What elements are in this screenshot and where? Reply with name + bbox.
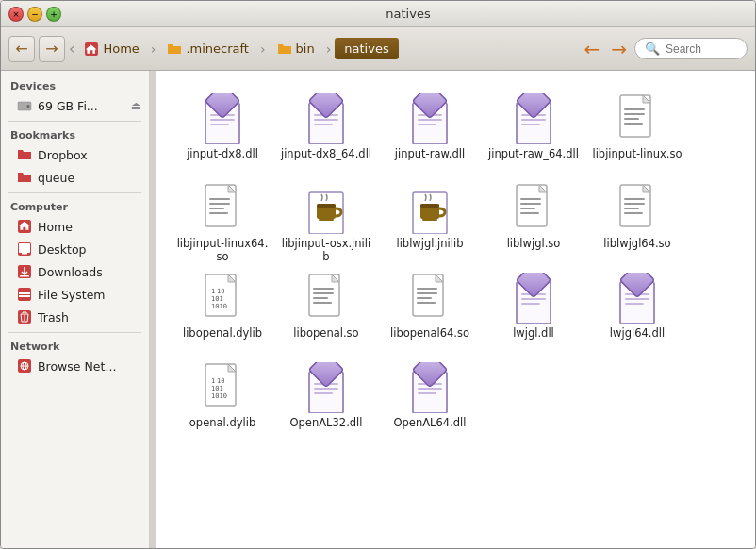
file-icon-bin: 1 10 101 1010 bbox=[200, 273, 245, 324]
svg-rect-66 bbox=[520, 198, 541, 200]
sidebar-item-network[interactable]: Browse Net... bbox=[1, 355, 149, 377]
sidebar-item-downloads[interactable]: Downloads bbox=[1, 260, 149, 283]
file-icon-dll bbox=[615, 273, 660, 324]
search-icon: 🔍 bbox=[645, 42, 660, 56]
file-item[interactable]: jinput-raw.dll bbox=[378, 86, 482, 175]
svg-point-3 bbox=[27, 105, 30, 108]
section-devices-header: Devices bbox=[1, 76, 149, 94]
file-icon-dll bbox=[200, 93, 245, 144]
history-back-button[interactable]: ← bbox=[580, 38, 603, 60]
svg-text:101: 101 bbox=[211, 295, 223, 303]
file-name: jinput-raw_64.dll bbox=[488, 148, 579, 161]
svg-rect-59 bbox=[319, 219, 334, 221]
divider-2 bbox=[8, 192, 141, 193]
file-item[interactable]: 1 10 101 1010 openal.dylib bbox=[171, 355, 274, 444]
folder-red-icon-2 bbox=[16, 169, 33, 186]
queue-label: queue bbox=[38, 171, 74, 185]
file-item[interactable]: OpenAL32.dll bbox=[274, 355, 378, 444]
svg-rect-30 bbox=[314, 124, 333, 125]
svg-text:101: 101 bbox=[211, 385, 223, 392]
svg-rect-35 bbox=[418, 119, 442, 121]
file-item[interactable]: libopenal.so bbox=[274, 265, 378, 355]
svg-rect-75 bbox=[624, 212, 643, 214]
file-icon-dll bbox=[304, 362, 349, 413]
file-name: jinput-dx8_64.dll bbox=[281, 148, 371, 161]
folder-icon-2 bbox=[277, 42, 292, 57]
sidebar-item-filesystem[interactable]: File System bbox=[1, 283, 149, 306]
file-item[interactable]: libjinput-osx.jnilib bbox=[274, 175, 378, 265]
file-item[interactable]: libjinput-linux64.so bbox=[171, 175, 274, 265]
file-name: lwjgl64.dll bbox=[610, 327, 665, 341]
drive-icon bbox=[16, 97, 33, 114]
desktop-label: Desktop bbox=[38, 242, 87, 257]
minimize-button[interactable]: − bbox=[27, 7, 42, 22]
search-box[interactable]: 🔍 bbox=[634, 38, 748, 59]
svg-rect-115 bbox=[314, 388, 338, 390]
file-item[interactable]: liblwjgl64.so bbox=[585, 175, 689, 265]
forward-button[interactable]: → bbox=[39, 36, 65, 62]
back-button[interactable]: ← bbox=[8, 36, 35, 62]
svg-text:10: 10 bbox=[217, 377, 224, 385]
svg-rect-98 bbox=[521, 303, 540, 305]
file-name: libopenal.dylib bbox=[183, 327, 262, 341]
file-item[interactable]: libjinput-linux.so bbox=[585, 86, 689, 175]
svg-rect-24 bbox=[210, 124, 229, 125]
file-name: OpenAL64.dll bbox=[394, 417, 467, 430]
file-item[interactable]: liblwjgl.so bbox=[482, 175, 585, 265]
svg-rect-121 bbox=[418, 388, 442, 390]
section-network-header: Network bbox=[1, 337, 149, 355]
file-name: lwjgl.dll bbox=[513, 327, 554, 341]
crumb-minecraft[interactable]: .minecraft bbox=[159, 38, 256, 60]
crumb-bin[interactable]: bin bbox=[270, 38, 322, 60]
sidebar-item-trash[interactable]: Trash bbox=[1, 306, 149, 328]
dropbox-label: Dropbox bbox=[38, 148, 88, 162]
folder-red-icon-1 bbox=[16, 146, 33, 163]
svg-rect-104 bbox=[625, 303, 644, 305]
file-name: libjinput-linux.so bbox=[592, 148, 682, 161]
file-item[interactable]: libopenal64.so bbox=[378, 265, 482, 355]
file-item[interactable]: lwjgl64.dll bbox=[585, 265, 689, 355]
file-name: libopenal.so bbox=[293, 327, 358, 341]
sidebar-item-desktop[interactable]: Desktop bbox=[1, 238, 149, 260]
divider-1 bbox=[8, 121, 141, 122]
close-button[interactable]: × bbox=[8, 7, 24, 22]
file-manager-window: × − + natives ← → ‹ Home › bbox=[0, 0, 756, 549]
file-item[interactable]: liblwjgl.jnilib bbox=[378, 175, 482, 265]
filesystem-red-icon bbox=[16, 286, 33, 303]
section-bookmarks-header: Bookmarks bbox=[1, 125, 149, 143]
svg-text:10: 10 bbox=[217, 288, 224, 295]
svg-rect-8 bbox=[22, 253, 27, 255]
file-icon-dll bbox=[511, 93, 556, 144]
file-item[interactable]: jinput-dx8_64.dll bbox=[274, 86, 378, 175]
home-label: Home bbox=[38, 220, 73, 234]
file-item[interactable]: jinput-dx8.dll bbox=[171, 86, 274, 175]
svg-rect-7 bbox=[19, 243, 30, 253]
file-name: libopenal64.so bbox=[390, 327, 469, 341]
svg-rect-72 bbox=[624, 198, 645, 200]
file-item[interactable]: jinput-raw_64.dll bbox=[482, 86, 585, 175]
svg-rect-13 bbox=[19, 295, 30, 297]
sidebar-item-home[interactable]: Home bbox=[1, 215, 149, 238]
file-item[interactable]: OpenAL64.dll bbox=[378, 355, 482, 444]
maximize-button[interactable]: + bbox=[46, 7, 61, 22]
sidebar-item-queue[interactable]: queue bbox=[1, 166, 149, 189]
sidebar: Devices 69 GB Fi... ⏏ Bookmarks Dropbox bbox=[1, 71, 150, 548]
crumb-natives[interactable]: natives bbox=[335, 38, 398, 59]
sidebar-item-dropbox[interactable]: Dropbox bbox=[1, 143, 149, 166]
svg-text:1010: 1010 bbox=[211, 392, 227, 400]
file-name: jinput-raw.dll bbox=[395, 148, 465, 161]
crumb-home[interactable]: Home bbox=[76, 38, 146, 60]
file-item[interactable]: 1 10 101 1010 libopenal.dylib bbox=[171, 265, 274, 355]
drive-label: 69 GB Fi... bbox=[38, 99, 98, 113]
history-forward-button[interactable]: → bbox=[607, 38, 631, 60]
svg-rect-67 bbox=[520, 203, 541, 205]
file-item[interactable]: lwjgl.dll bbox=[482, 265, 585, 355]
crumb-natives-label: natives bbox=[344, 42, 388, 56]
file-icon-so bbox=[200, 183, 245, 234]
svg-rect-36 bbox=[418, 124, 436, 125]
svg-rect-74 bbox=[624, 208, 639, 209]
eject-icon[interactable]: ⏏ bbox=[131, 99, 141, 112]
search-input[interactable] bbox=[666, 42, 741, 56]
file-name: openal.dylib bbox=[189, 417, 255, 430]
sidebar-item-drive[interactable]: 69 GB Fi... ⏏ bbox=[1, 94, 149, 117]
